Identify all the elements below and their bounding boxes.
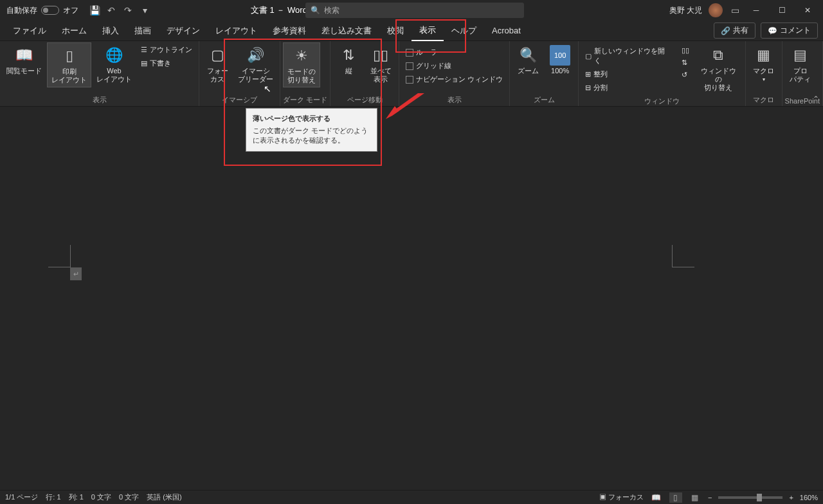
properties-icon: ▤ (790, 45, 811, 66)
tooltip-title: 薄いページ色で表示する (253, 114, 370, 123)
side-by-side-button[interactable]: ▯▯並べて 表示 (365, 42, 396, 86)
sync-icon: ⇅ (682, 59, 687, 67)
line-indicator[interactable]: 行: 1 (46, 492, 60, 502)
print-layout-button[interactable]: ▯印刷 レイアウト (47, 42, 91, 87)
maximize-button[interactable]: ☐ (769, 0, 795, 21)
tab-design[interactable]: デザイン (159, 21, 208, 40)
group-show: ルーラー グリッド線 ナビゲーション ウィンドウ 表示 (399, 41, 510, 106)
document-title: 文書 1 － Word (251, 4, 307, 16)
close-button[interactable]: ✕ (795, 0, 820, 21)
zoom-button[interactable]: 🔍ズーム (512, 42, 543, 78)
read-mode-view-button[interactable]: 📖 (650, 492, 663, 503)
checkbox-icon (406, 49, 413, 57)
tab-review[interactable]: 校閲 (379, 21, 412, 40)
tab-draw[interactable]: 描画 (127, 21, 159, 40)
focus-icon: ▢ (207, 45, 228, 66)
nav-pane-checkbox[interactable]: ナビゲーション ウィンドウ (403, 73, 505, 86)
print-layout-view-button[interactable]: ▯ (669, 492, 682, 503)
hundred-icon: 100 (550, 45, 570, 66)
group-label: ダーク モード (283, 94, 327, 106)
draft-button[interactable]: ▤下書き (138, 57, 195, 69)
split-button[interactable]: ⊟分割 (583, 82, 670, 94)
reset-pos-button[interactable]: ↺ (679, 69, 692, 80)
titlebar: 自動保存 オフ 💾 ↶ ↷ ▾ 文書 1 － Word 🔍 検索 奥野 大児 ▭… (0, 0, 823, 21)
user-area: 奥野 大児 ▭ (669, 3, 743, 17)
mode-toggle-button[interactable]: ☀モードの 切り替え (283, 42, 320, 87)
user-name: 奥野 大児 (669, 5, 702, 16)
tab-references[interactable]: 参考資料 (265, 21, 314, 40)
arrange-button[interactable]: ⊞整列 (583, 68, 670, 80)
comment-button[interactable]: 💬 コメント (761, 22, 818, 39)
switch-window-button[interactable]: ⧉ウィンドウの 切り替え (694, 42, 743, 95)
word-count-1[interactable]: 0 文字 (91, 492, 111, 502)
vertical-button[interactable]: ⇅縦 (333, 42, 364, 78)
zoom-slider[interactable] (718, 496, 782, 499)
immersive-reader-button[interactable]: 🔊イマーシ ブリーダー (234, 42, 277, 86)
tab-acrobat[interactable]: Acrobat (484, 22, 529, 39)
macro-button[interactable]: ▦マクロ▾ (748, 42, 779, 85)
avatar[interactable] (709, 3, 723, 17)
tooltip: 薄いページ色で表示する この文書がダーク モードでどのように表示されるかを確認す… (246, 108, 377, 152)
col-indicator[interactable]: 列: 1 (69, 492, 84, 502)
group-macro: ▦マクロ▾ マクロ (746, 41, 782, 106)
outline-button[interactable]: ☰アウトライン (138, 44, 195, 56)
group-label: マクロ (748, 94, 779, 106)
properties-button[interactable]: ▤プロ パティ (785, 42, 816, 86)
web-layout-button[interactable]: 🌐Web レイアウト (93, 42, 136, 86)
focus-mode-button[interactable]: ▣ フォーカス (599, 492, 644, 502)
group-label: ページ移動 (333, 94, 396, 106)
toggle-icon (41, 6, 59, 15)
redo-icon[interactable]: ↷ (122, 4, 134, 16)
zoom-in-button[interactable]: + (789, 494, 793, 501)
focus-button[interactable]: ▢フォー カス (202, 42, 233, 86)
page-icon: ▯ (59, 46, 80, 66)
tab-help[interactable]: ヘルプ (444, 21, 484, 40)
sync-scroll-button[interactable]: ⇅ (679, 57, 692, 68)
side-view-icon: ▯▯ (682, 46, 689, 55)
zoom-100-button[interactable]: 100100% (545, 42, 575, 78)
zoom-out-button[interactable]: − (708, 494, 712, 501)
gridlines-checkbox[interactable]: グリッド線 (403, 60, 505, 72)
group-label: 表示 (3, 94, 196, 106)
share-button[interactable]: 🔗 共有 (714, 22, 755, 39)
tab-mailings[interactable]: 差し込み文書 (314, 21, 379, 40)
window-icon: ▢ (585, 52, 592, 60)
draft-icon: ▤ (141, 59, 147, 68)
group-label: イマーシブ (202, 94, 277, 106)
mouse-cursor-icon: ↖ (264, 84, 271, 94)
customize-qat-icon[interactable]: ▾ (139, 4, 150, 16)
autosave-toggle[interactable]: 自動保存 オフ (3, 5, 82, 16)
view-side-button[interactable]: ▯▯ (679, 45, 692, 56)
reading-mode-button[interactable]: 📖閲覧モード (3, 42, 46, 78)
ribbon-tabs: ファイル ホーム 挿入 描画 デザイン レイアウト 参考資料 差し込み文書 校閲… (0, 21, 823, 41)
search-input[interactable]: 🔍 検索 (305, 3, 524, 18)
zoom-level[interactable]: 160% (800, 494, 818, 501)
collapse-ribbon-button[interactable]: ⌃ (813, 94, 819, 104)
ribbon-display-icon[interactable]: ▭ (729, 4, 741, 16)
page-corner (672, 245, 694, 267)
web-layout-view-button[interactable]: ▦ (689, 492, 701, 503)
tab-layout[interactable]: レイアウト (208, 21, 265, 40)
save-icon[interactable]: 💾 (89, 4, 100, 16)
ruler-checkbox[interactable]: ルーラー (403, 46, 505, 59)
new-window-button[interactable]: ▢新しいウィンドウを開く (583, 45, 670, 67)
search-icon: 🔍 (311, 6, 320, 15)
page-indicator[interactable]: 1/1 ページ (5, 492, 38, 502)
switch-icon: ⧉ (708, 45, 728, 66)
vertical-icon: ⇅ (338, 45, 359, 66)
word-count-2[interactable]: 0 文字 (119, 492, 139, 502)
tab-view[interactable]: 表示 (412, 21, 444, 41)
globe-icon: 🌐 (104, 45, 125, 66)
checkbox-icon (406, 62, 413, 70)
language-indicator[interactable]: 英語 (米国) (147, 492, 181, 502)
minimize-button[interactable]: ─ (743, 0, 769, 21)
tab-file[interactable]: ファイル (5, 21, 54, 40)
undo-icon[interactable]: ↶ (105, 4, 117, 16)
document-area[interactable]: ↵ (0, 107, 823, 490)
checkbox-icon (406, 76, 413, 84)
group-darkmode: ☀モードの 切り替え ダーク モード (280, 41, 330, 106)
tab-home[interactable]: ホーム (54, 21, 95, 40)
magnifier-icon: 🔍 (518, 45, 538, 66)
group-label: ウィンドウ (581, 95, 742, 107)
tab-insert[interactable]: 挿入 (95, 21, 127, 40)
